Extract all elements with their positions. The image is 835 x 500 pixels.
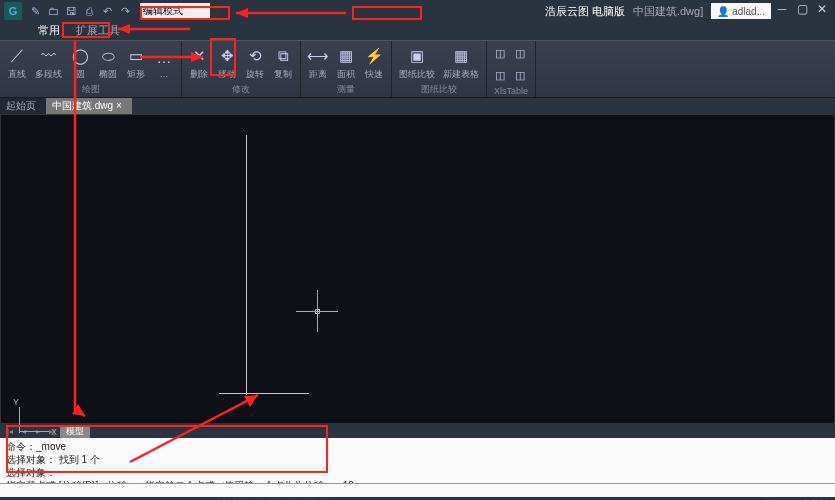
app-logo[interactable]: G xyxy=(4,2,22,20)
xls-3-icon: ◫ xyxy=(493,69,507,83)
copy-tool-icon: ⧉ xyxy=(273,46,293,66)
tab-extension[interactable]: 扩展工具 xyxy=(68,21,128,40)
rotate-tool[interactable]: ⟲旋转 xyxy=(242,44,268,83)
rectangle-tool-icon: ▭ xyxy=(126,46,146,66)
xls-3[interactable]: ◫ xyxy=(491,68,509,84)
drawing-canvas[interactable]: YX xyxy=(0,114,835,424)
group-compare: ▣图纸比较▦新建表格 图纸比较 xyxy=(392,41,487,97)
area-tool-icon: ▦ xyxy=(336,46,356,66)
drawing-compare[interactable]: ▣图纸比较 xyxy=(396,44,438,83)
copy-tool[interactable]: ⧉复制 xyxy=(270,44,296,83)
more-draw-icon: … xyxy=(154,47,174,67)
qat-redo-icon[interactable]: ↷ xyxy=(118,4,132,18)
ellipse-tool-icon: ⬭ xyxy=(98,46,118,66)
drawn-line-horizontal xyxy=(219,393,309,394)
search-input[interactable] xyxy=(140,3,210,19)
line-tool-icon: ／ xyxy=(7,46,27,66)
minimize-button[interactable]: ─ xyxy=(773,2,791,16)
layout-first[interactable]: |◂ xyxy=(4,426,16,436)
distance-tool-icon: ⟷ xyxy=(308,46,328,66)
group-draw: ／直线〰多段线◯圆⬭椭圆▭矩形…… 绘图 xyxy=(0,41,182,97)
xls-1-icon: ◫ xyxy=(493,46,507,60)
doc-tab-current[interactable]: 中国建筑.dwg × xyxy=(46,98,132,114)
tab-common[interactable]: 常用 xyxy=(30,21,68,40)
xls-4-icon: ◫ xyxy=(513,69,527,83)
file-name: 中国建筑.dwg] xyxy=(633,4,703,19)
drawing-compare-icon: ▣ xyxy=(407,46,427,66)
circle-tool[interactable]: ◯圆 xyxy=(67,44,93,83)
layout-tab-model[interactable]: 模型 xyxy=(60,425,90,438)
circle-tool-icon: ◯ xyxy=(70,46,90,66)
ellipse-tool[interactable]: ⬭椭圆 xyxy=(95,44,121,83)
qat-new-icon[interactable]: ✎ xyxy=(28,4,42,18)
group-measure: ⟷距离▦面积⚡快速 测量 xyxy=(301,41,392,97)
user-menu[interactable]: 👤adlad... xyxy=(711,3,771,19)
new-table[interactable]: ▦新建表格 xyxy=(440,44,482,83)
product-name: 浩辰云图 电脑版 xyxy=(541,4,629,19)
qat-undo-icon[interactable]: ↶ xyxy=(100,4,114,18)
xls-1[interactable]: ◫ xyxy=(491,45,509,61)
group-xls: ◫◫◫◫ XlsTable xyxy=(487,41,536,97)
polyline-tool[interactable]: 〰多段线 xyxy=(32,44,65,83)
polyline-tool-icon: 〰 xyxy=(39,46,59,66)
move-tool[interactable]: ✥移动 xyxy=(214,44,240,83)
more-draw[interactable]: …… xyxy=(151,45,177,81)
delete-tool-icon: ✕ xyxy=(189,46,209,66)
rotate-tool-icon: ⟲ xyxy=(245,46,265,66)
close-button[interactable]: ✕ xyxy=(813,2,831,16)
qat-save-icon[interactable]: 🖫 xyxy=(64,4,78,18)
xls-4[interactable]: ◫ xyxy=(511,68,529,84)
command-input[interactable] xyxy=(0,483,835,497)
distance-tool[interactable]: ⟷距离 xyxy=(305,44,331,83)
quick-tool-icon: ⚡ xyxy=(364,46,384,66)
line-tool[interactable]: ／直线 xyxy=(4,44,30,83)
close-tab-icon[interactable]: × xyxy=(116,100,122,111)
maximize-button[interactable]: ▢ xyxy=(793,2,811,16)
doc-tab-start[interactable]: 起始页 xyxy=(0,98,46,114)
rectangle-tool[interactable]: ▭矩形 xyxy=(123,44,149,83)
search-go-button[interactable] xyxy=(210,3,222,19)
xls-2-icon: ◫ xyxy=(513,46,527,60)
drawn-line-vertical xyxy=(246,135,247,395)
quick-tool[interactable]: ⚡快速 xyxy=(361,44,387,83)
qat-open-icon[interactable]: 🗀 xyxy=(46,4,60,18)
command-history: 命令：_move 选择对象： 找到 1 个 选择对象： 指定基点或 [位移(D)… xyxy=(0,438,835,483)
xls-2[interactable]: ◫ xyxy=(511,45,529,61)
delete-tool[interactable]: ✕删除 xyxy=(186,44,212,83)
area-tool[interactable]: ▦面积 xyxy=(333,44,359,83)
move-tool-icon: ✥ xyxy=(217,46,237,66)
qat-print-icon[interactable]: ⎙ xyxy=(82,4,96,18)
group-modify: ✕删除✥移动⟲旋转⧉复制 修改 xyxy=(182,41,301,97)
pickbox xyxy=(315,309,320,314)
new-table-icon: ▦ xyxy=(451,46,471,66)
